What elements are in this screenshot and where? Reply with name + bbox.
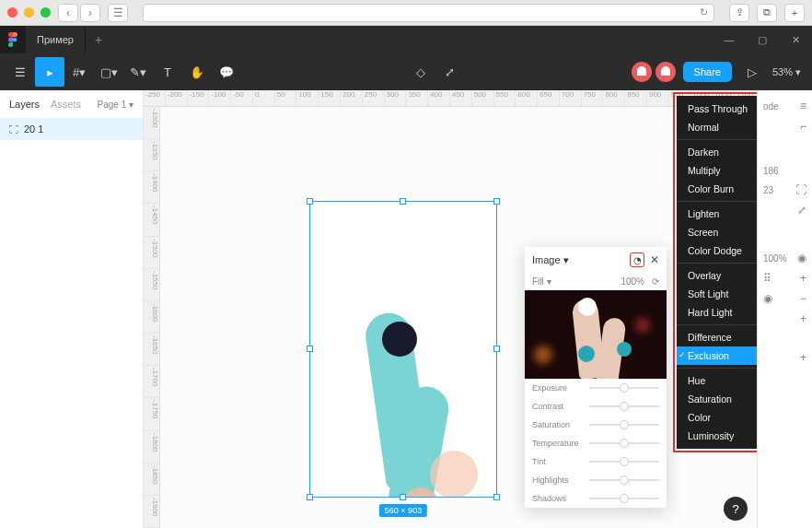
blend-mode-item[interactable]: Color Burn xyxy=(677,180,757,198)
blend-mode-item[interactable]: Soft Light xyxy=(677,285,757,303)
tab-layers[interactable]: Layers xyxy=(9,99,40,110)
resize-handle[interactable] xyxy=(307,346,313,352)
resize-handle[interactable] xyxy=(307,494,313,500)
blend-mode-item[interactable]: Saturation xyxy=(677,390,757,408)
slider-track[interactable] xyxy=(589,479,659,481)
adjustment-slider[interactable]: Exposure xyxy=(525,379,667,397)
component-icon[interactable]: ◇ xyxy=(406,57,435,87)
present-icon[interactable]: ▷ xyxy=(737,57,767,87)
add-tab-button[interactable]: + xyxy=(86,32,111,47)
fill-mode-select[interactable]: Fill ▾ xyxy=(532,276,551,287)
slider-thumb[interactable] xyxy=(620,420,629,429)
figma-logo-icon[interactable] xyxy=(0,26,26,53)
remove-icon[interactable]: − xyxy=(800,292,806,305)
share-sheet-icon[interactable]: ⇪ xyxy=(729,4,749,22)
app-minimize-icon[interactable]: — xyxy=(713,26,746,53)
mask-icon[interactable]: ⤢ xyxy=(435,57,465,87)
resize-handle[interactable] xyxy=(493,346,500,352)
slider-thumb[interactable] xyxy=(620,402,629,411)
value-readout[interactable]: 23 xyxy=(763,185,773,195)
slider-thumb[interactable] xyxy=(620,383,629,393)
resize-handle[interactable] xyxy=(493,494,500,500)
opacity-value[interactable]: 100% xyxy=(763,253,787,264)
layer-row[interactable]: ⛶ 20 1 xyxy=(0,118,143,140)
file-tab[interactable]: Пример xyxy=(26,26,86,53)
close-window-icon[interactable] xyxy=(7,7,17,18)
link-icon[interactable]: ⛶ xyxy=(795,183,806,196)
rotate-icon[interactable]: ⟳ xyxy=(652,276,659,287)
resize-handle[interactable] xyxy=(307,198,313,205)
slider-thumb[interactable] xyxy=(620,494,629,503)
zoom-level[interactable]: 53% ▾ xyxy=(767,66,806,78)
add-icon[interactable]: + xyxy=(800,312,806,325)
move-tool-icon[interactable]: ▸ xyxy=(35,57,64,87)
add-icon[interactable]: + xyxy=(800,272,806,285)
blend-mode-item[interactable]: Screen xyxy=(677,223,757,241)
blend-mode-item[interactable]: Normal xyxy=(677,118,757,136)
image-thumbnail[interactable] xyxy=(525,290,667,379)
url-bar[interactable]: ↻ xyxy=(143,4,714,22)
visibility-icon[interactable]: ◉ xyxy=(797,252,806,264)
hand-tool-icon[interactable]: ✋ xyxy=(182,57,212,87)
panel-tab-fragment[interactable]: ode xyxy=(763,101,779,111)
slider-thumb[interactable] xyxy=(620,475,629,485)
tab-assets[interactable]: Assets xyxy=(51,99,81,110)
adjustment-slider[interactable]: Temperature xyxy=(525,434,667,452)
canvas[interactable]: -250-200-150-100-50050100150200250300350… xyxy=(144,90,757,528)
popover-title[interactable]: Image ▾ xyxy=(532,254,569,266)
app-maximize-icon[interactable]: ▢ xyxy=(746,26,779,53)
style-dots-icon[interactable]: ⠿ xyxy=(763,272,771,285)
text-tool-icon[interactable]: T xyxy=(153,57,182,87)
adjustment-slider[interactable]: Saturation xyxy=(525,416,667,434)
slider-thumb[interactable] xyxy=(620,439,629,448)
blend-mode-item[interactable]: Luminosity xyxy=(677,427,757,445)
slider-track[interactable] xyxy=(589,387,659,389)
comment-tool-icon[interactable]: 💬 xyxy=(212,57,241,87)
forward-button[interactable]: › xyxy=(80,4,100,22)
resize-handle[interactable] xyxy=(400,494,406,500)
app-close-icon[interactable]: ✕ xyxy=(779,26,812,53)
back-button[interactable]: ‹ xyxy=(58,4,78,22)
close-icon[interactable]: ✕ xyxy=(650,253,659,266)
minimize-window-icon[interactable] xyxy=(24,7,34,18)
page-select[interactable]: Page 1 ▾ xyxy=(98,100,133,110)
help-button[interactable]: ? xyxy=(724,497,748,521)
frame-tool-icon[interactable]: #▾ xyxy=(64,57,94,87)
slider-track[interactable] xyxy=(589,442,659,444)
slider-track[interactable] xyxy=(589,405,659,407)
share-button[interactable]: Share xyxy=(683,62,732,82)
adjustment-slider[interactable]: Contrast xyxy=(525,397,667,416)
avatar[interactable] xyxy=(655,62,676,82)
blend-mode-item[interactable]: Color xyxy=(677,408,757,427)
adjustment-slider[interactable]: Tint xyxy=(525,452,667,471)
resize-handle[interactable] xyxy=(400,198,406,205)
new-tab-icon[interactable]: + xyxy=(784,4,805,22)
slider-track[interactable] xyxy=(589,461,659,463)
add-icon[interactable]: + xyxy=(800,351,806,364)
blend-mode-item[interactable]: Exclusion xyxy=(677,346,757,365)
blend-mode-item[interactable]: Hue xyxy=(677,371,757,390)
fill-opacity[interactable]: 100% xyxy=(621,276,644,287)
blend-mode-item[interactable]: Pass Through xyxy=(677,100,757,118)
blend-mode-icon[interactable]: ◔ xyxy=(630,252,644,267)
menu-icon[interactable]: ☰ xyxy=(6,57,35,87)
resize-handle[interactable] xyxy=(493,198,500,205)
slider-thumb[interactable] xyxy=(620,457,629,466)
shape-tool-icon[interactable]: ▢▾ xyxy=(94,57,123,87)
slider-track[interactable] xyxy=(589,424,659,426)
slider-track[interactable] xyxy=(589,498,659,499)
blend-mode-item[interactable]: Color Dodge xyxy=(677,241,757,260)
corner-icon[interactable]: ⌐ xyxy=(800,120,806,133)
align-icon[interactable]: ≡ xyxy=(800,100,806,112)
tabs-overview-icon[interactable]: ⧉ xyxy=(757,4,777,22)
selected-frame[interactable]: 560 × 903 xyxy=(309,201,497,498)
value-readout[interactable]: 186 xyxy=(763,166,779,176)
blend-mode-item[interactable]: Hard Light xyxy=(677,303,757,322)
visibility-icon[interactable]: ◉ xyxy=(763,292,772,305)
expand-icon[interactable]: ⤢ xyxy=(797,204,806,217)
pen-tool-icon[interactable]: ✎▾ xyxy=(123,57,153,87)
blend-mode-item[interactable]: Difference xyxy=(677,328,757,346)
reload-icon[interactable]: ↻ xyxy=(700,6,708,18)
blend-mode-item[interactable]: Overlay xyxy=(677,266,757,285)
blend-mode-item[interactable]: Lighten xyxy=(677,205,757,223)
